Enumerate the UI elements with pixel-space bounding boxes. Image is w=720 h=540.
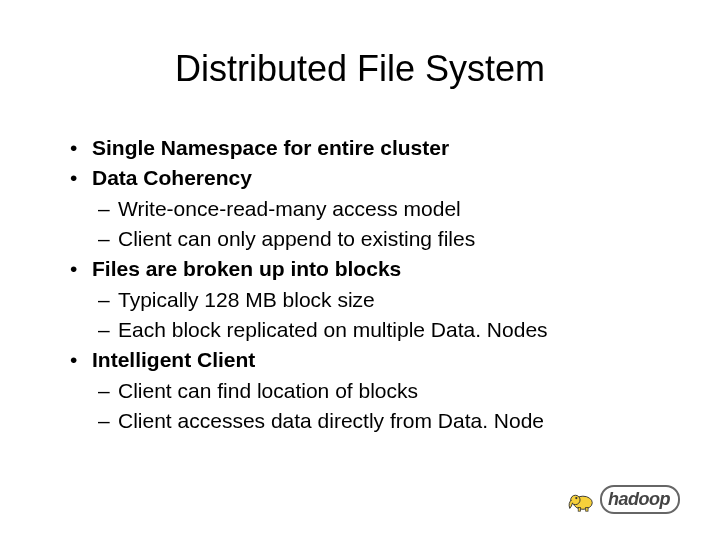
sub-bullet-item: Write-once-read-many access model bbox=[70, 195, 670, 223]
bullet-item: Intelligent Client bbox=[70, 346, 670, 374]
bullet-item: Files are broken up into blocks bbox=[70, 255, 670, 283]
sub-bullet-item: Typically 128 MB block size bbox=[70, 286, 670, 314]
slide-title: Distributed File System bbox=[50, 48, 670, 90]
bullet-item: Data Coherency bbox=[70, 164, 670, 192]
logo-text: hadoop bbox=[600, 485, 680, 514]
slide: Distributed File System Single Namespace… bbox=[0, 0, 720, 540]
svg-point-2 bbox=[575, 497, 577, 499]
sub-bullet-item: Each block replicated on multiple Data. … bbox=[70, 316, 670, 344]
logo-inner: hadoop bbox=[566, 484, 696, 514]
slide-content: Single Namespace for entire cluster Data… bbox=[50, 134, 670, 435]
bullet-item: Single Namespace for entire cluster bbox=[70, 134, 670, 162]
svg-rect-4 bbox=[586, 507, 588, 511]
hadoop-logo: hadoop bbox=[566, 484, 696, 518]
sub-bullet-item: Client can find location of blocks bbox=[70, 377, 670, 405]
hadoop-elephant-icon bbox=[566, 484, 596, 514]
svg-rect-3 bbox=[578, 507, 580, 511]
sub-bullet-item: Client can only append to existing files bbox=[70, 225, 670, 253]
sub-bullet-item: Client accesses data directly from Data.… bbox=[70, 407, 670, 435]
